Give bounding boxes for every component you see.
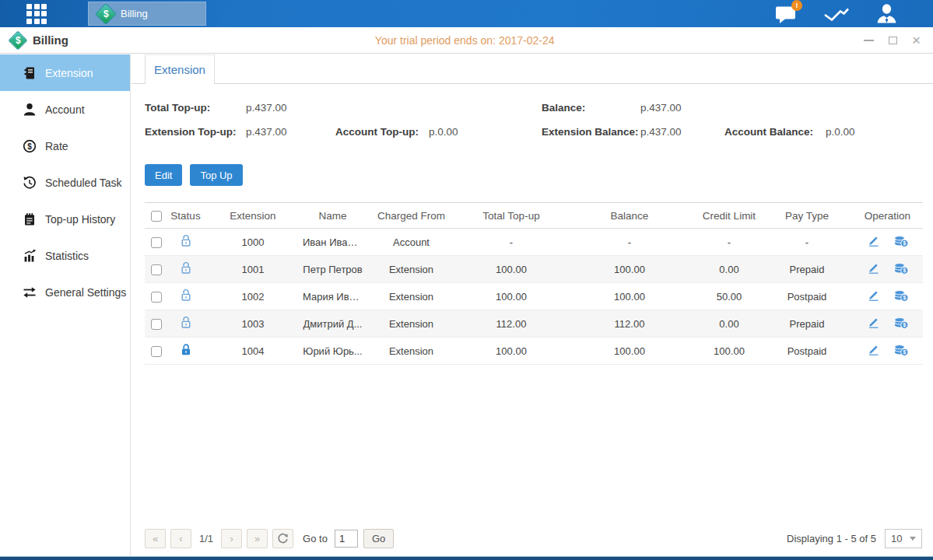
select-all-checkbox[interactable] xyxy=(151,211,162,222)
cell-credit-limit: 0.00 xyxy=(696,256,762,283)
locked-icon xyxy=(180,343,192,356)
sidebar-item-account[interactable]: Account xyxy=(0,91,130,128)
next-page-button[interactable]: › xyxy=(221,529,242,548)
sidebar-item-rate[interactable]: $ Rate xyxy=(0,128,130,164)
sidebar-item-scheduled-task[interactable]: Scheduled Task xyxy=(0,164,130,201)
column-name: Name xyxy=(303,203,363,229)
column-operation: Operation xyxy=(852,203,923,229)
maximize-button[interactable] xyxy=(889,35,897,46)
taskbar-billing-tab[interactable]: $ Billing xyxy=(88,2,206,26)
taskbar-right-icons: ! xyxy=(775,0,897,27)
svg-text:$: $ xyxy=(903,295,906,301)
cell-pay-type: Postpaid xyxy=(762,283,852,310)
window-titlebar: $ Billing Your trial period ends on: 201… xyxy=(0,27,933,54)
dollar-coin-icon: $ xyxy=(23,139,37,153)
row-checkbox[interactable] xyxy=(151,237,162,248)
refresh-button[interactable] xyxy=(272,529,293,548)
topup-extension-icon[interactable]: $ xyxy=(893,234,909,247)
taskbar: $ Billing ! xyxy=(0,0,933,27)
transfer-arrows-icon xyxy=(23,285,37,299)
cell-balance: 112.00 xyxy=(563,310,696,338)
page-indicator: 1/1 xyxy=(199,533,213,544)
cell-extension: 1000 xyxy=(203,229,303,256)
svg-text:$: $ xyxy=(903,322,906,328)
user-account-icon[interactable] xyxy=(876,3,897,24)
edit-extension-icon[interactable] xyxy=(867,343,880,356)
cell-credit-limit: - xyxy=(696,229,762,256)
messages-icon[interactable]: ! xyxy=(775,5,797,23)
total-topup-label: Total Top-up: xyxy=(145,102,210,114)
cell-extension: 1003 xyxy=(203,310,303,338)
row-checkbox[interactable] xyxy=(151,346,162,357)
column-pay-type: Pay Type xyxy=(762,203,852,229)
column-credit-limit: Credit Limit xyxy=(696,203,762,229)
cell-total-topup: 100.00 xyxy=(460,283,563,310)
ledger-icon xyxy=(23,66,37,80)
edit-button[interactable]: Edit xyxy=(145,164,182,186)
extension-table: Status Extension Name Charged From Total… xyxy=(145,202,923,365)
cell-credit-limit: 100.00 xyxy=(696,338,762,365)
unlocked-icon xyxy=(180,289,192,302)
sidebar-item-general-settings[interactable]: General Settings xyxy=(0,274,130,310)
clock-icon xyxy=(23,176,37,190)
tab-extension[interactable]: Extension xyxy=(145,54,215,84)
cell-balance: 100.00 xyxy=(563,283,696,310)
balance-summary: Total Top-up: p.437.00 Balance: p.437.00… xyxy=(132,96,933,155)
prev-page-button[interactable]: ‹ xyxy=(170,529,191,548)
table-row[interactable]: 1003 Дмитрий Д... Extension 112.00 112.0… xyxy=(145,310,923,338)
cell-name: Иван Иванов xyxy=(303,229,363,256)
edit-extension-icon[interactable] xyxy=(867,316,880,329)
table-row[interactable]: 1001 Петр Петров Extension 100.00 100.00… xyxy=(145,256,923,283)
sidebar-label: Top-up History xyxy=(45,213,115,226)
tab-strip: Extension xyxy=(132,54,933,84)
svg-text:$: $ xyxy=(903,268,906,274)
edit-extension-icon[interactable] xyxy=(867,261,880,275)
row-checkbox[interactable] xyxy=(151,264,162,275)
row-checkbox[interactable] xyxy=(151,292,162,303)
edit-extension-icon[interactable] xyxy=(867,234,880,247)
unlocked-icon xyxy=(180,234,192,247)
sidebar-item-extension[interactable]: Extension xyxy=(0,54,130,91)
sidebar-item-statistics[interactable]: Statistics xyxy=(0,237,130,274)
last-page-button[interactable]: » xyxy=(247,529,268,548)
sidebar-label: Rate xyxy=(45,140,68,152)
sidebar-item-topup-history[interactable]: Top-up History xyxy=(0,201,130,237)
balance-label: Balance: xyxy=(542,102,585,114)
cell-total-topup: - xyxy=(460,229,563,256)
column-balance: Balance xyxy=(563,203,696,229)
table-row[interactable]: 1002 Мария Ива... Extension 100.00 100.0… xyxy=(145,283,923,310)
pagination-bar: « ‹ 1/1 › » Go to Go Displaying 1 - 5 of… xyxy=(145,529,922,548)
column-extension: Extension xyxy=(203,203,303,229)
go-button[interactable]: Go xyxy=(363,529,394,548)
row-checkbox[interactable] xyxy=(151,319,162,330)
total-topup-value: p.437.00 xyxy=(246,102,287,114)
svg-text:$: $ xyxy=(903,240,906,247)
first-page-button[interactable]: « xyxy=(145,529,166,548)
sidebar-label: Statistics xyxy=(45,250,89,262)
billing-app-icon: $ xyxy=(95,2,117,24)
goto-page-input[interactable] xyxy=(335,530,358,548)
account-topup-label: Account Top-up: xyxy=(335,126,419,138)
page-size-select[interactable]: 10 xyxy=(885,529,922,548)
top-up-button[interactable]: Top Up xyxy=(190,164,242,186)
minimize-button[interactable] xyxy=(864,35,874,46)
app-launcher-icon[interactable] xyxy=(26,4,47,24)
goto-label: Go to xyxy=(303,533,328,544)
close-button[interactable]: × xyxy=(912,35,921,46)
unlocked-icon xyxy=(180,261,192,275)
displaying-text: Displaying 1 - 5 of 5 xyxy=(787,533,876,544)
table-row[interactable]: 1004 Юрий Юрь... Extension 100.00 100.00… xyxy=(145,338,923,365)
cell-extension: 1001 xyxy=(203,256,303,283)
monitor-chart-icon[interactable] xyxy=(823,5,850,23)
topup-extension-icon[interactable]: $ xyxy=(893,343,909,356)
topup-extension-icon[interactable]: $ xyxy=(893,261,909,275)
billing-window-icon: $ xyxy=(8,30,27,50)
table-row[interactable]: 1000 Иван Иванов Account - - - - xyxy=(145,229,923,256)
cell-extension: 1002 xyxy=(203,283,303,310)
page-size-value: 10 xyxy=(891,533,902,544)
topup-extension-icon[interactable]: $ xyxy=(893,289,909,302)
edit-extension-icon[interactable] xyxy=(867,289,880,302)
sidebar: Extension Account $ Rate Scheduled Task xyxy=(0,54,131,556)
topup-extension-icon[interactable]: $ xyxy=(893,316,909,329)
sidebar-label: Account xyxy=(45,103,85,116)
